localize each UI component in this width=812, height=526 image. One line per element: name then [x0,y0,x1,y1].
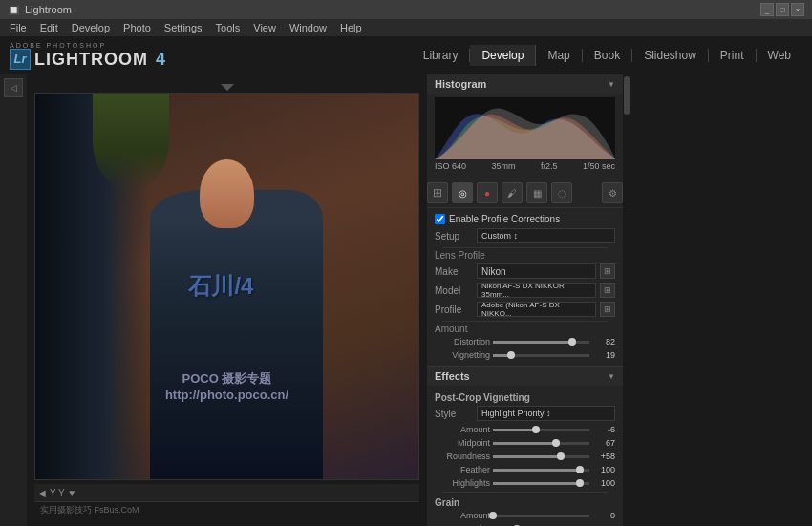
close-button[interactable]: × [791,3,804,16]
tool-radial[interactable]: ◌ [551,182,572,203]
enable-profile-label: Enable Profile Corrections [449,214,560,224]
midpoint-label: Midpoint [435,438,490,448]
model-label: Model [435,285,473,296]
filmstrip-bar: ◀ Y Y ▼ [34,484,419,501]
highlights-value: 100 [592,478,615,488]
profile-row: Profile Adobe (Nikon AF-S DX NIKKO... ⊞ [435,300,615,319]
photo-container[interactable]: 石川/4 POCO 摄影专题 http://photo.poco.cn/ [34,93,419,480]
make-value[interactable]: Nikon [477,263,596,279]
scroll-handle[interactable] [624,76,630,115]
tab-library[interactable]: Library [412,49,471,62]
roundness-slider[interactable] [493,455,589,458]
distortion-label: Distortion [435,337,490,347]
profile-value-text: Adobe (Nikon AF-S DX NIKKO... [481,301,591,318]
histogram-section: ISO 640 35mm f/2.5 1/50 sec [427,94,623,179]
filmstrip-prev[interactable]: ◀ [38,488,46,498]
roundness-row: Roundness +58 [435,450,615,463]
enable-profile-row: Enable Profile Corrections [435,212,615,226]
tool-gradient[interactable]: ▦ [526,182,547,203]
effects-section: Effects ▼ Post-Crop Vignetting Style Hig… [427,367,623,526]
tool-redeye[interactable]: ● [477,182,498,203]
effect-amount-value: -6 [592,425,615,434]
right-content-wrap: Histogram ▼ [427,74,812,526]
midpoint-slider[interactable] [493,442,589,445]
grain-amount-slider[interactable] [493,515,589,517]
menu-file[interactable]: File [4,22,32,33]
menu-photo[interactable]: Photo [118,22,157,33]
highlights-slider[interactable] [493,482,589,485]
tool-crop[interactable]: ⊞ [427,182,448,203]
feather-value: 100 [592,465,615,474]
enable-profile-checkbox[interactable] [435,214,445,224]
vignetting-slider[interactable] [493,354,589,357]
grain-size-row: Size 25 [435,522,615,526]
effects-content: Post-Crop Vignetting Style Highlight Pri… [427,386,623,526]
adobe-text: ADOBE PHOTOSHOP [10,42,165,49]
hist-shutter: 1/50 sec [583,161,615,171]
model-value[interactable]: Nikon AF-S DX NIKKOR 35mm... [477,283,596,298]
minimize-button[interactable]: _ [760,3,774,16]
model-dropdown-btn[interactable]: ⊞ [600,283,615,298]
histogram-svg [435,97,615,159]
histogram-meta: ISO 640 35mm f/2.5 1/50 sec [435,159,615,173]
right-scrollbar[interactable] [623,74,630,526]
style-value-text: Highlight Priority ↕ [481,409,551,418]
tab-print[interactable]: Print [709,49,757,62]
right-panel: Histogram ▼ [427,74,623,526]
effect-amount-label: Amount [435,425,490,434]
menu-settings[interactable]: Settings [159,22,208,33]
setup-value[interactable]: Custom ↕ [477,228,615,243]
tab-slideshow[interactable]: Slideshow [632,49,709,62]
hist-focal: 35mm [492,161,516,171]
vignetting-slider-row: Vignetting 19 [435,348,615,362]
tab-web[interactable]: Web [757,49,802,62]
lr-version: 4 [156,51,165,68]
lr-title: LIGHTROOM [34,51,148,68]
effects-header[interactable]: Effects ▼ [427,367,623,386]
tool-settings[interactable]: ⚙ [602,182,623,203]
menu-tools[interactable]: Tools [210,22,246,33]
content-area: ◁ [0,74,812,526]
maximize-button[interactable]: □ [776,3,789,16]
menu-edit[interactable]: Edit [34,22,64,33]
tools-row: ⊞ ◎ ● 🖌 ▦ ◌ ⚙ [427,179,623,208]
panel-edge-top [34,82,419,93]
profile-value[interactable]: Adobe (Nikon AF-S DX NIKKO... [477,302,596,317]
tool-brush[interactable]: 🖌 [502,182,523,203]
tab-map[interactable]: Map [536,49,582,62]
menu-window[interactable]: Window [284,22,332,33]
histogram-canvas [435,97,615,159]
photo-foliage [93,94,169,190]
make-dropdown-btn[interactable]: ⊞ [600,263,615,279]
hist-aperture: f/2.5 [541,161,558,171]
photo-area: 石川/4 POCO 摄影专题 http://photo.poco.cn/ ◀ Y… [27,74,427,526]
person-head [200,159,253,229]
profile-dropdown-btn[interactable]: ⊞ [600,302,615,317]
histogram-title: Histogram [435,78,486,90]
status-bar: 实用摄影技巧 FsBus.CoM [34,501,419,518]
menu-develop[interactable]: Develop [66,22,116,33]
distortion-value: 82 [592,337,615,347]
effect-amount-slider[interactable] [493,429,589,431]
distortion-slider[interactable] [493,341,589,344]
histogram-header[interactable]: Histogram ▼ [427,74,623,94]
menu-help[interactable]: Help [334,22,368,33]
tool-healing[interactable]: ◎ [452,182,473,203]
vignetting-value: 19 [592,350,615,360]
feather-slider[interactable] [493,469,589,472]
menu-view[interactable]: View [247,22,282,33]
panel-collapse-arrow-top[interactable] [221,84,234,91]
histogram-collapse-arrow: ▼ [608,80,615,89]
hist-iso: ISO 640 [435,161,466,171]
left-tool-1[interactable]: ◁ [4,78,23,97]
grain-amount-value: 0 [592,511,615,520]
filmstrip-label: Y Y ▼ [50,488,76,498]
tab-book[interactable]: Book [583,49,632,62]
setup-row: Setup Custom ↕ [435,226,615,245]
effects-title: Effects [435,370,470,382]
grain-amount-row: Amount 0 [435,509,615,522]
style-value[interactable]: Highlight Priority ↕ [477,406,615,421]
tab-develop[interactable]: Develop [470,45,536,66]
make-row: Make Nikon ⊞ [435,262,615,281]
grain-title: Grain [435,494,615,509]
